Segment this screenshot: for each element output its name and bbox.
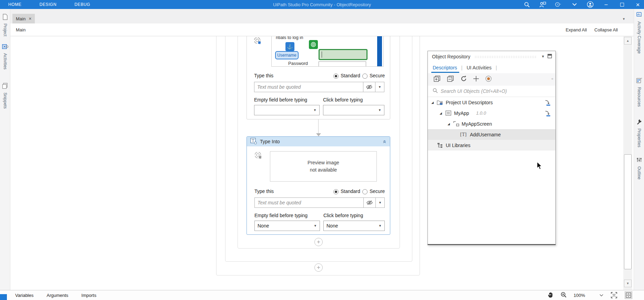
add-activity-button[interactable]: + bbox=[314, 238, 323, 246]
refresh-icon[interactable] bbox=[460, 75, 467, 84]
tab-close-icon[interactable]: × bbox=[29, 16, 31, 21]
feedback-icon[interactable] bbox=[539, 1, 546, 8]
minimize-button[interactable]: – bbox=[603, 1, 610, 8]
indicate-element-icon[interactable] bbox=[544, 99, 551, 106]
pan-hand-icon[interactable] bbox=[547, 292, 554, 299]
panel-menu-dropdown-icon[interactable]: ▼ bbox=[541, 55, 545, 58]
add-activity-button[interactable]: + bbox=[314, 263, 323, 272]
secure-radio-label[interactable]: Secure bbox=[370, 73, 385, 78]
collapse-all-button[interactable]: Collapse All bbox=[594, 27, 618, 32]
expand-all-icon[interactable] bbox=[433, 75, 441, 84]
standard-radio-label[interactable]: Standard bbox=[341, 73, 360, 78]
preview-caption: ntials to log in bbox=[276, 36, 303, 40]
activity-card-type-into-1[interactable]: ntials to log in ⚓ Username Password Typ… bbox=[246, 36, 390, 119]
target-preview-image[interactable]: ntials to log in ⚓ Username Password bbox=[271, 36, 384, 67]
preview-unavailable-line2: not available bbox=[310, 166, 337, 174]
zoom-level-dropdown[interactable]: 100% bbox=[574, 293, 603, 298]
toolbar-splitter-icon[interactable]: ÷ bbox=[551, 77, 553, 81]
taskbar-corner bbox=[0, 294, 7, 300]
maximize-button[interactable] bbox=[618, 1, 625, 8]
variables-tab[interactable]: Variables bbox=[15, 293, 33, 298]
tree-row-ui-libraries[interactable]: UI Libraries bbox=[428, 140, 555, 151]
sidebar-item-outline[interactable]: Outline bbox=[634, 157, 644, 180]
chevron-down-icon[interactable] bbox=[571, 1, 578, 8]
canvas-vertical-scrollbar[interactable]: ▲ ▼ bbox=[623, 36, 632, 290]
highlighted-target-field bbox=[319, 49, 368, 60]
add-icon[interactable] bbox=[473, 76, 479, 83]
menu-debug[interactable]: DEBUG bbox=[74, 2, 90, 7]
preview-password-field bbox=[319, 61, 366, 67]
scrollbar-thumb[interactable] bbox=[624, 154, 632, 269]
target-indicator-icon[interactable] bbox=[254, 151, 262, 161]
panel-drag-grip[interactable] bbox=[474, 55, 537, 58]
secure-radio[interactable] bbox=[362, 74, 368, 79]
type-this-input[interactable] bbox=[254, 82, 363, 92]
menu-design[interactable]: DESIGN bbox=[39, 2, 57, 7]
click-before-dropdown[interactable]: None▼ bbox=[323, 221, 385, 231]
zoom-in-icon[interactable] bbox=[561, 292, 567, 299]
standard-radio[interactable] bbox=[333, 74, 339, 79]
input-dropdown-icon[interactable]: ▼ bbox=[375, 82, 384, 92]
indicate-element-icon[interactable] bbox=[544, 110, 551, 116]
record-icon[interactable] bbox=[485, 75, 492, 84]
tree-node-label: MyAppScreen bbox=[462, 121, 492, 127]
panel-dock-icon[interactable] bbox=[547, 54, 552, 60]
type-into-icon: T bbox=[250, 138, 257, 145]
collapse-chevron-icon[interactable]: « bbox=[382, 140, 388, 143]
secure-radio[interactable] bbox=[362, 189, 368, 194]
search-input[interactable] bbox=[441, 88, 537, 94]
collapse-all-icon[interactable] bbox=[447, 75, 454, 84]
sidebar-item-label: Activities bbox=[3, 53, 8, 69]
expand-all-button[interactable]: Expand All bbox=[566, 27, 587, 32]
tab-ui-activities[interactable]: UI Activities bbox=[466, 65, 491, 70]
imports-tab[interactable]: Imports bbox=[81, 293, 96, 298]
outline-icon bbox=[636, 157, 642, 164]
activities-icon bbox=[2, 43, 8, 51]
panel-title-bar[interactable]: Object Repository ▼ bbox=[428, 51, 555, 62]
scroll-down-icon[interactable]: ▼ bbox=[624, 280, 632, 287]
close-button[interactable]: × bbox=[634, 1, 641, 8]
standard-radio[interactable] bbox=[333, 189, 339, 194]
input-dropdown-icon[interactable]: ▼ bbox=[376, 197, 385, 208]
fit-to-screen-icon[interactable] bbox=[610, 291, 618, 299]
sidebar-item-snippets[interactable]: Snippets bbox=[0, 83, 10, 109]
type-this-input[interactable] bbox=[254, 197, 363, 208]
tab-main[interactable]: Main × bbox=[12, 14, 35, 23]
empty-field-dropdown[interactable]: ▼ bbox=[254, 105, 320, 115]
user-account-icon[interactable] bbox=[587, 1, 594, 8]
tree-row-project-ui-descriptors[interactable]: ◢ Project UI Descriptors bbox=[428, 97, 555, 108]
sidebar-item-resources[interactable]: Resources bbox=[634, 77, 644, 107]
scroll-up-icon[interactable]: ▲ bbox=[624, 37, 632, 45]
sidebar-item-activities[interactable]: Activities bbox=[0, 43, 10, 69]
sidebar-item-properties[interactable]: Properties bbox=[634, 119, 644, 147]
menu-home[interactable]: HOME bbox=[8, 2, 21, 7]
zoom-to-fit-icon[interactable] bbox=[625, 291, 632, 299]
secure-radio-label[interactable]: Secure bbox=[370, 188, 385, 194]
standard-radio-label[interactable]: Standard bbox=[341, 188, 360, 194]
help-icon[interactable]: ? bbox=[555, 1, 562, 8]
breadcrumb[interactable]: Main bbox=[16, 27, 26, 32]
panel-tabs: Descriptors | UI Activities | bbox=[428, 62, 555, 73]
activity-header[interactable]: T Type Into « bbox=[247, 137, 390, 146]
eye-off-icon[interactable] bbox=[363, 197, 376, 208]
eye-off-icon[interactable] bbox=[363, 82, 375, 92]
tab-descriptors[interactable]: Descriptors bbox=[433, 65, 457, 70]
search-icon[interactable] bbox=[523, 1, 530, 8]
expander-icon[interactable]: ◢ bbox=[447, 122, 450, 126]
tree-row-addusername-selected[interactable]: [T] AddUsername bbox=[428, 129, 555, 140]
expander-icon[interactable]: ◢ bbox=[431, 101, 434, 104]
target-icon bbox=[309, 40, 318, 49]
sidebar-item-activity-coverage[interactable]: Activity Coverage bbox=[634, 12, 644, 54]
tree-row-myapp[interactable]: ◢ MyApp 1.0.0 bbox=[428, 108, 555, 118]
target-indicator-icon[interactable] bbox=[253, 37, 262, 46]
expander-icon[interactable]: ◢ bbox=[440, 112, 442, 115]
empty-field-dropdown[interactable]: None▼ bbox=[254, 221, 320, 231]
click-before-dropdown[interactable]: ▼ bbox=[323, 105, 384, 115]
tree-row-myappscreen[interactable]: ◢ MyAppScreen bbox=[428, 118, 555, 129]
activity-card-type-into-2[interactable]: T Type Into « Preview image not availabl… bbox=[246, 136, 390, 235]
tree-node-label: MyApp bbox=[454, 110, 469, 116]
arguments-tab[interactable]: Arguments bbox=[47, 293, 68, 298]
tab-list-dropdown-icon[interactable]: ▼ bbox=[622, 17, 625, 21]
click-before-label: Click before typing bbox=[323, 97, 363, 103]
sidebar-item-project[interactable]: Project bbox=[0, 14, 10, 36]
